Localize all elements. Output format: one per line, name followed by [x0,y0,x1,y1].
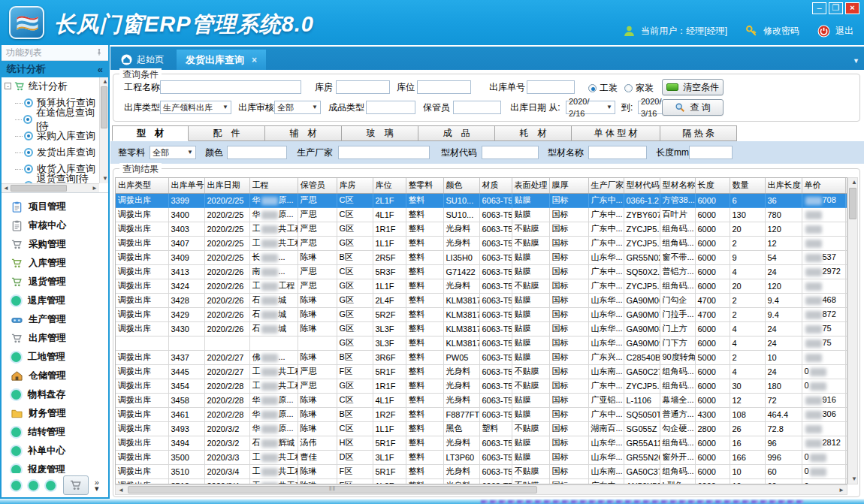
warehouse-input[interactable] [336,80,390,94]
tree-root-expander-icon[interactable]: - [5,83,11,89]
column-header[interactable]: 库房 [337,178,373,193]
out-type-select[interactable]: 生产领料出库▼ [160,101,231,114]
sidebar-item-clipboard-check[interactable]: 审核中心 [2,216,108,235]
table-row[interactable]: 调拨出库34292020/2/26石城陈琳G区5R2F整料KLM38176063… [116,307,847,321]
manufacturer-input[interactable] [338,146,430,159]
radio-jiazhuang[interactable]: 家装 [624,82,654,95]
sidebar-item-circle-teal[interactable]: 物料盘存 [2,385,108,404]
logout-link[interactable]: 退出 [835,25,853,38]
order-no-input[interactable] [527,80,575,94]
maximize-button[interactable]: ❐ [829,2,843,14]
profile-code-input[interactable] [482,146,539,159]
teal-circle-icon[interactable] [11,481,21,490]
column-header[interactable]: 材质 [479,178,512,193]
material-tab[interactable]: 玻 璃 [342,125,418,141]
table-row[interactable]: 调拨出库35122020/3/4工共工程陈琳F区1L2F整料光身料6063-T5… [116,478,847,484]
sidebar-item-circle-teal[interactable]: 工地管理 [2,348,108,367]
sidebar-item-circle-teal[interactable]: 结转管理 [2,423,108,442]
sidebar-item-circle-teal[interactable]: 补单中心 [2,442,108,460]
column-header[interactable]: 膜厚 [549,178,588,193]
tree-root[interactable]: - 统计分析 [2,77,99,95]
tab-shipping-outbound-query[interactable]: 发货出库查询 × [177,50,266,70]
search-button[interactable]: 查 询 [662,99,724,116]
profile-name-input[interactable] [588,146,647,159]
sidebar-item-clipboard-blue[interactable]: 项目管理 [2,198,108,216]
column-header[interactable]: 颜色 [443,178,479,193]
column-header[interactable]: 生产厂家 [588,178,624,193]
collapse-chevrons-icon[interactable]: « [98,64,103,75]
column-header[interactable]: 长度 [695,178,730,193]
table-row[interactable]: 调拨出库34582020/2/28华原...陈琳C区4L1F整料光身料6063-… [116,393,847,407]
date-from-input[interactable]: 2020/ 2/16▼ [566,101,615,114]
material-tab[interactable]: 型 材 [112,125,189,141]
table-hscrollbar[interactable]: ◄ ► [115,484,847,495]
cart-toolbar-button[interactable] [63,475,89,495]
column-header[interactable]: 表面处理 [512,178,549,193]
table-row[interactable]: 调拨出库34932020/3/2华原...陈琳C区1L1F整料黑色塑料不贴膜国标… [116,421,847,436]
sidebar-item-machine-blue[interactable]: 生产管理 [2,310,108,329]
product-type-input[interactable] [366,101,415,114]
section-header[interactable]: 统计分析 « [2,61,108,77]
tree-item[interactable]: 采购入库查询 [2,128,99,144]
color-input[interactable] [227,146,287,159]
material-tab[interactable]: 隔 热 条 [660,125,737,141]
out-audit-select[interactable]: 全部▼ [274,101,321,114]
table-row[interactable]: 调拨出库35102020/3/4工共工程陈琳F区5R1F整料光身料6063-T5… [116,464,847,478]
change-password-link[interactable]: 修改密码 [763,25,799,38]
column-header[interactable]: 型材代码 [624,178,660,193]
table-row[interactable]: 调拨出库34612020/2/28华原...陈琳B区1R2F整料F8877FT6… [116,407,847,421]
table-row[interactable]: 调拨出库34452020/2/27工共工程严思F区5R1F整料光身料6063-T… [116,364,847,379]
table-row[interactable]: 调拨出库34132020/2/26南...严思C区5R3F整料G71422606… [116,264,847,279]
material-tab[interactable]: 耗 材 [495,125,572,141]
table-row[interactable]: 调拨出库34942020/3/2石辉城汤伟H区5R1F整料光身料6063-T5贴… [116,436,847,450]
table-row[interactable]: 调拨出库34372020/2/27佛...陈琳B区3R6F整料PW056063-… [116,350,847,364]
length-input[interactable] [689,146,733,159]
overflow-chevron[interactable]: »▾ [95,479,99,491]
tree-item[interactable]: 发货出库查询 [2,144,99,161]
close-button[interactable]: × [845,2,859,14]
keeper-input[interactable] [453,101,501,114]
column-header[interactable]: 保管员 [298,178,337,193]
sidebar-item-cart-out[interactable]: 出库管理 [2,329,108,348]
table-row[interactable]: 调拨出库34302020/2/26石城陈琳G区3L3F整料KLM38176063… [116,321,847,336]
tab-home[interactable]: 起始页 [112,50,173,70]
material-tab[interactable]: 单 体 型 材 [572,125,660,141]
material-tab[interactable]: 成 品 [418,125,495,141]
column-header[interactable]: 库位 [373,178,406,193]
teal-circle-icon[interactable] [29,481,38,490]
sidebar-item-cart-return[interactable]: 退货管理 [2,273,108,291]
tab-overflow-icon[interactable]: ▼ [853,57,859,65]
sidebar-item-cart-grey[interactable]: 采购管理 [2,235,108,254]
column-header[interactable]: 出库类型 [116,178,168,193]
material-tab[interactable]: 辅 材 [265,125,342,141]
column-header[interactable]: 工程 [249,178,298,193]
sidebar-item-circle-teal[interactable]: 退库管理 [2,291,108,310]
minimize-button[interactable]: – [812,2,826,14]
table-row[interactable]: 调拨出库34072020/2/25工共工程严思G区1L1F整料光身料6063-T… [116,236,847,250]
column-header[interactable]: 型材名称 [660,178,695,193]
teal-circle-icon[interactable] [46,481,56,490]
column-header[interactable]: 整零料 [406,178,443,193]
column-header[interactable]: 出库单号 [168,178,204,193]
table-row[interactable]: 调拨出库34032020/2/25工共工程严思G区1R1F整料光身料6063-T… [116,222,847,236]
table-row[interactable]: 调拨出库34002020/2/25华原...严思C区4L1F整料SU10...6… [116,207,847,222]
radio-gongzhuang[interactable]: 工装 [588,82,618,95]
column-header[interactable]: 数量 [730,178,765,193]
location-input[interactable] [417,80,471,94]
tree-vscrollbar[interactable]: ▲ ▼ [99,77,108,183]
sidebar-item-cart-in[interactable]: 入库管理 [2,254,108,273]
table-row[interactable]: 调拨出库34242020/2/26工工程严思G区1L1F整料光身料6063-T5… [116,279,847,293]
table-row[interactable]: 调拨出库33992020/2/25华原...严思C区2L1F整料SU10...6… [116,193,847,207]
sidebar-item-folder-yellow[interactable]: 财务管理 [2,404,108,423]
sidebar-item-circle-teal[interactable]: 报废管理 [2,460,108,473]
clear-conditions-button[interactable]: 清空条件 [662,79,724,95]
table-row[interactable]: 调拨出库35002020/3/3工共工程曹佳D区3L1F整料LT3P606063… [116,450,847,464]
column-header[interactable]: 单价 [802,178,845,193]
sidebar-item-warehouse[interactable]: 仓储管理 [2,367,108,385]
table-row[interactable]: G区3L3F整料KLM38176063-T5贴膜国标山东华...GA90M09.… [116,336,847,350]
table-row[interactable]: 调拨出库34092020/2/25长...陈琳B区2R5F整料LI35H0606… [116,250,847,264]
table-vscrollbar[interactable]: ▲ ▼ [847,177,858,484]
tree-hscrollbar[interactable]: ◄ ► [2,183,99,192]
tree-item[interactable]: 在途信息查询[待 [2,111,99,128]
tree-item[interactable]: 退货查询[待定] [2,177,99,183]
